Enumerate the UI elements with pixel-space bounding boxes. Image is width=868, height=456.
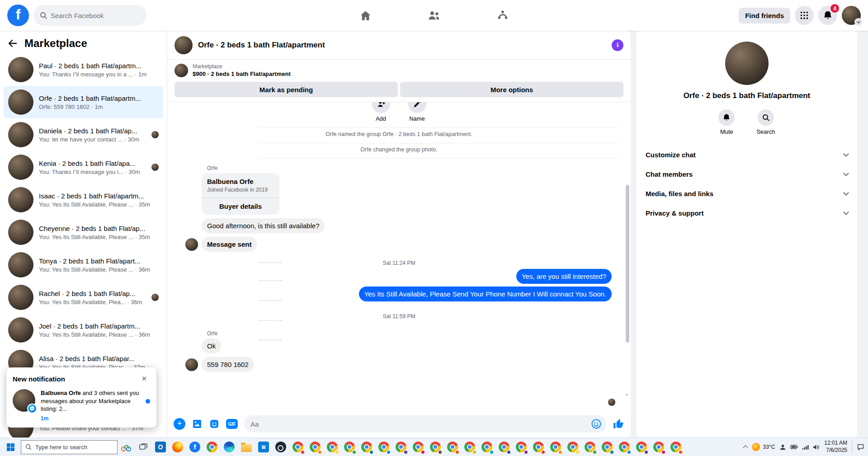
search-highlight-icon[interactable] xyxy=(118,438,135,456)
conversation-item[interactable]: Isaac · 2 beds 1 bath Flat/apartm...You:… xyxy=(4,183,163,216)
contact-tray-icon[interactable] xyxy=(779,444,786,451)
rename-group-button[interactable]: Name xyxy=(408,102,426,122)
battery-icon[interactable] xyxy=(790,444,798,450)
conversation-item[interactable]: Cheyenne · 2 beds 1 bath Flat/ap...You: … xyxy=(4,216,163,249)
conversation-name: Kenia · 2 beds 1 bath Flat/apa... xyxy=(39,160,146,167)
details-section-media-files-and-links[interactable]: Media, files and links xyxy=(641,184,853,203)
message-row: Yes, are you still interested? xyxy=(175,269,623,284)
thumbs-up-icon[interactable] xyxy=(613,418,624,430)
conversation-item[interactable]: Paul · 2 beds 1 bath Flat/apartm...You: … xyxy=(4,53,163,86)
profile-avatar[interactable] xyxy=(842,6,861,25)
chrome-window-icon[interactable] xyxy=(324,438,341,456)
show-hidden-icons-chevron[interactable] xyxy=(743,445,748,450)
notification-text[interactable]: Balbuena Orfe and 3 others sent you mess… xyxy=(41,389,140,422)
facebook-logo[interactable]: f xyxy=(7,5,29,26)
details-section-privacy-support[interactable]: Privacy & support xyxy=(641,203,853,223)
firefox-icon[interactable] xyxy=(169,438,186,456)
buyer-details-button[interactable]: Buyer details xyxy=(202,197,279,215)
details-section-customize-chat[interactable]: Customize chat xyxy=(641,145,853,165)
weather-widget[interactable]: 33°C xyxy=(752,443,775,451)
task-view-icon xyxy=(139,442,148,451)
chrome-window-icon[interactable] xyxy=(375,438,392,456)
task-view-button[interactable] xyxy=(135,438,152,456)
facebook-app-icon[interactable]: f xyxy=(186,438,203,456)
conversation-item[interactable]: Daniela · 2 beds 1 bath Flat/ap...You: l… xyxy=(4,118,163,151)
apps-menu-button[interactable] xyxy=(795,6,814,25)
outlook-icon[interactable]: O xyxy=(152,438,169,456)
incoming-message[interactable]: Good afternoon, is this still available? xyxy=(202,218,325,233)
chrome-window-icon[interactable] xyxy=(478,438,495,456)
chrome-window-icon[interactable] xyxy=(599,438,616,456)
conversation-item[interactable]: Rachel · 2 beds 1 bath Flat/ap...You: Ye… xyxy=(4,281,163,314)
chrome-profile-badge xyxy=(524,450,528,455)
incoming-message[interactable]: Ok xyxy=(202,338,221,353)
chrome-window-icon[interactable] xyxy=(444,438,461,456)
search-facebook-box[interactable] xyxy=(33,5,146,26)
find-friends-button[interactable]: Find friends xyxy=(739,8,790,24)
attach-image-icon[interactable] xyxy=(192,418,203,429)
details-section-chat-members[interactable]: Chat members xyxy=(641,165,853,184)
chrome-window-icon[interactable] xyxy=(289,438,307,456)
message-input[interactable] xyxy=(244,415,606,432)
chrome-window-icon[interactable] xyxy=(495,438,513,456)
action-center-icon[interactable] xyxy=(857,443,864,451)
outgoing-message[interactable]: Yes, are you still interested? xyxy=(516,269,612,284)
messages-scrollbar[interactable] xyxy=(626,185,629,343)
home-tab[interactable] xyxy=(354,5,376,26)
chrome-window-icon[interactable] xyxy=(307,438,324,456)
composer-plus-icon[interactable]: + xyxy=(174,418,185,430)
gif-icon[interactable]: GIF xyxy=(226,419,238,429)
emoji-icon[interactable] xyxy=(591,418,602,429)
notifications-button[interactable]: 4 xyxy=(818,6,837,25)
chrome-window-icon[interactable] xyxy=(581,438,599,456)
conversation-item[interactable]: Tonya · 2 beds 1 bath Flat/apart...You: … xyxy=(4,249,163,281)
chrome-window-icon[interactable] xyxy=(358,438,375,456)
chrome-window-icon[interactable] xyxy=(461,438,478,456)
conversation-item[interactable]: Joel · 2 beds 1 bath Flat/apartm...You: … xyxy=(4,314,163,346)
clock[interactable]: 12:01 AM 7/6/2025 xyxy=(824,440,847,454)
friends-tab[interactable] xyxy=(423,5,445,26)
chrome-window-icon[interactable] xyxy=(667,438,684,456)
placeholder-line xyxy=(259,280,282,281)
back-arrow-icon[interactable] xyxy=(7,38,18,49)
chat-avatar[interactable] xyxy=(175,36,193,54)
chrome-window-icon[interactable] xyxy=(564,438,581,456)
chat-info-icon[interactable]: i xyxy=(612,39,623,51)
network-icon[interactable] xyxy=(802,444,809,450)
outgoing-message[interactable]: Yes Its Still Available, Please Send You… xyxy=(359,287,612,301)
close-icon[interactable]: ✕ xyxy=(138,373,150,385)
steam-icon[interactable] xyxy=(272,438,289,456)
chrome-window-icon[interactable] xyxy=(633,438,650,456)
incoming-message[interactable]: Message sent xyxy=(202,237,257,252)
add-member-button[interactable]: Add xyxy=(372,102,390,122)
microsoft-store-icon[interactable]: ⊞ xyxy=(255,438,272,456)
chrome-window-icon[interactable] xyxy=(410,438,427,456)
mark-as-pending-button[interactable]: Mark as pending xyxy=(175,82,398,97)
groups-tab[interactable] xyxy=(492,5,514,26)
chrome-window-icon[interactable] xyxy=(616,438,633,456)
speaker-icon[interactable] xyxy=(813,444,820,450)
file-explorer-icon[interactable] xyxy=(238,438,255,456)
messages-area[interactable]: Add Name Orfe named the group Orfe · 2 b… xyxy=(167,102,631,410)
chrome-window-icon[interactable] xyxy=(530,438,547,456)
chrome-window-icon[interactable] xyxy=(650,438,667,456)
sticker-icon[interactable] xyxy=(209,418,220,429)
start-button[interactable] xyxy=(0,438,21,456)
chrome-window-icon[interactable] xyxy=(547,438,564,456)
scroll-down-icon[interactable]: ⌄ xyxy=(624,390,629,397)
chrome-window-icon[interactable] xyxy=(513,438,530,456)
notification-avatar[interactable] xyxy=(13,389,35,412)
conversation-item[interactable]: Orfe · 2 beds 1 bath Flat/apartm...Orfe:… xyxy=(4,86,163,118)
mute-button[interactable]: Mute xyxy=(718,109,735,135)
more-options-button[interactable]: More options xyxy=(400,82,623,97)
chrome-window-icon[interactable] xyxy=(392,438,410,456)
search-in-chat-button[interactable]: Search xyxy=(756,109,775,135)
search-input[interactable] xyxy=(51,12,140,19)
incoming-message[interactable]: 559 780 1602 xyxy=(202,357,254,372)
chrome-icon[interactable] xyxy=(203,438,221,456)
chrome-window-icon[interactable] xyxy=(341,438,358,456)
taskbar-search-box[interactable]: Type here to search xyxy=(21,440,118,454)
edge-icon[interactable] xyxy=(221,438,238,456)
chrome-window-icon[interactable] xyxy=(427,438,444,456)
conversation-item[interactable]: Kenia · 2 beds 1 bath Flat/apa...You: Th… xyxy=(4,151,163,183)
